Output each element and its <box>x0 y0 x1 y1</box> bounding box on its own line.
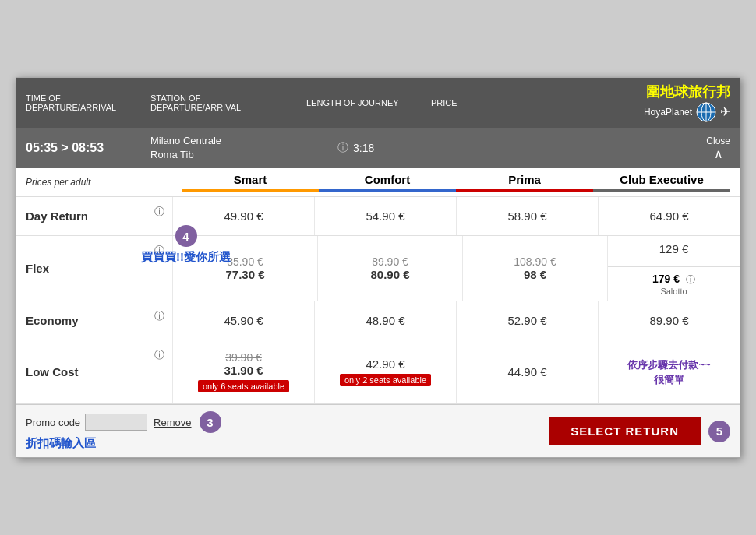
col-price-label: PRICE <box>431 98 644 107</box>
fare-label-economy: Economy ⓘ <box>16 301 172 340</box>
price-table-wrapper: Prices per adult Smart Comfort Prima Clu… <box>16 168 740 404</box>
prices-per-adult-label: Prices per adult <box>26 177 182 188</box>
journey-bar: 05:35 > 08:53 Milano Centrale Roma Tib ⓘ… <box>16 128 740 168</box>
col-station-label: STATION OF DEPARTURE/ARRIVAL <box>150 93 306 112</box>
logo-main-text: 圍地球旅行邦 <box>644 83 730 101</box>
fare-row-low-cost: Low Cost ⓘ 39.90 € 31.90 € only 6 seats … <box>16 340 740 404</box>
day-return-comfort-price[interactable]: 54.90 € <box>314 197 456 235</box>
col-header-prima: Prima <box>456 173 593 192</box>
close-button[interactable]: Close ∧ <box>706 136 730 161</box>
prices-header: Prices per adult Smart Comfort Prima Clu… <box>16 168 740 197</box>
day-return-club-price[interactable]: 64.90 € <box>598 197 740 235</box>
fare-label-low-cost: Low Cost ⓘ <box>16 340 172 403</box>
low-cost-smart-price[interactable]: 39.90 € 31.90 € only 6 seats available <box>172 340 314 403</box>
select-return-button[interactable]: SELECT RETURN <box>549 417 701 445</box>
flex-smart-price[interactable]: 85.90 € 77.30 € <box>172 236 317 301</box>
fare-row-economy: Economy ⓘ 45.90 € 48.90 € 52.90 € 89.90 … <box>16 301 740 340</box>
economy-comfort-price[interactable]: 48.90 € <box>314 301 456 340</box>
promo-code-input[interactable] <box>85 414 147 431</box>
bottom-bar: Promo code Remove 3 折扣碼輸入區 SELECT RETURN… <box>16 404 740 457</box>
station-to: Roma Tib <box>150 148 306 162</box>
logo-area: 圍地球旅行邦 HoyaPlanet ✈ <box>644 83 730 123</box>
chevron-up-icon: ∧ <box>706 146 730 161</box>
journey-stations: Milano Centrale Roma Tib <box>150 134 306 162</box>
info-icon-low-cost[interactable]: ⓘ <box>154 348 164 362</box>
economy-club-price[interactable]: 89.90 € <box>598 301 740 340</box>
logo-sub-text: HoyaPlanet <box>644 107 692 118</box>
fare-row-flex: Flex ⓘ 85.90 € 77.30 € 89.90 € 80.90 € 1… <box>16 236 740 301</box>
remove-link[interactable]: Remove <box>154 417 191 428</box>
flex-prima-price[interactable]: 108.90 € 98 € <box>462 236 607 301</box>
info-icon-economy[interactable]: ⓘ <box>154 309 164 323</box>
col-header-comfort: Comfort <box>319 173 456 192</box>
fare-row-day-return: Day Return ⓘ 49.90 € 54.90 € 58.90 € 64.… <box>16 197 740 236</box>
col-header-club: Club Executive <box>593 173 730 192</box>
flex-comfort-price[interactable]: 89.90 € 80.90 € <box>317 236 462 301</box>
low-cost-club-price[interactable]: 依序步驟去付款~~ 很簡單 <box>598 340 740 403</box>
economy-smart-price[interactable]: 45.90 € <box>172 301 314 340</box>
station-from: Milano Centrale <box>150 134 306 148</box>
flex-club-price[interactable]: 129 € 179 € ⓘ Salotto <box>607 236 740 301</box>
economy-prima-price[interactable]: 52.90 € <box>456 301 598 340</box>
bubble-3: 3 <box>200 411 221 433</box>
col-time-label: TIME OF DEPARTURE/ARRIVAL <box>26 93 150 112</box>
promo-annotation-text: 折扣碼輸入區 <box>26 436 96 449</box>
fare-label-day-return: Day Return ⓘ <box>16 197 172 235</box>
salotto-area: 179 € ⓘ Salotto <box>608 266 740 301</box>
promo-code-label: Promo code <box>26 417 80 428</box>
header-bar: TIME OF DEPARTURE/ARRIVAL STATION OF DEP… <box>16 78 740 128</box>
info-icon-salotto[interactable]: ⓘ <box>686 274 695 285</box>
day-return-smart-price[interactable]: 49.90 € <box>172 197 314 235</box>
col-header-smart: Smart <box>182 173 319 192</box>
low-cost-comfort-price[interactable]: 42.90 € only 2 seats available <box>314 340 456 403</box>
day-return-prima-price[interactable]: 58.90 € <box>456 197 598 235</box>
journey-duration-area: ⓘ 3:18 <box>337 141 374 155</box>
bubble-5: 5 <box>708 421 730 442</box>
fare-label-flex: Flex ⓘ <box>16 236 172 301</box>
info-icon-flex[interactable]: ⓘ <box>154 244 164 258</box>
info-icon-day-return[interactable]: ⓘ <box>154 205 164 219</box>
info-icon: ⓘ <box>337 141 348 155</box>
low-cost-prima-price[interactable]: 44.90 € <box>456 340 598 403</box>
journey-duration: 3:18 <box>353 142 374 154</box>
journey-time: 05:35 > 08:53 <box>26 141 150 155</box>
plane-icon: ✈ <box>720 104 730 119</box>
col-length-label: LENGTH OF JOURNEY <box>306 98 431 107</box>
globe-icon <box>695 101 717 123</box>
modal-container: TIME OF DEPARTURE/ARRIVAL STATION OF DEP… <box>16 77 740 458</box>
